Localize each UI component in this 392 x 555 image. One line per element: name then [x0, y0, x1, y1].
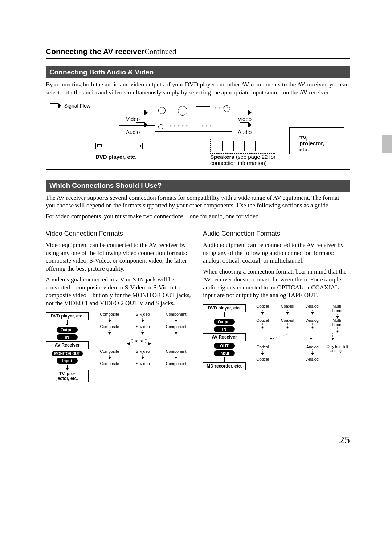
mcell: Analog: [306, 345, 319, 349]
section-header-connecting-both: Connecting Both Audio & Video: [46, 66, 350, 78]
mcell: S-Video: [136, 325, 150, 329]
page-tab-marker: [382, 135, 392, 153]
label-speakers: Speakers (see page 22 for connection inf…: [210, 154, 283, 166]
title-continued: Continued: [144, 47, 176, 56]
flow-arrow-icon: [240, 122, 249, 127]
pill-output: Output: [57, 327, 78, 333]
pill-output-audio: Output: [214, 319, 235, 325]
mcell: Composite: [100, 325, 119, 329]
svg-marker-23: [141, 357, 144, 359]
mcell: Coaxial: [281, 304, 294, 309]
audio-formats-column: Audio Connection Formats Audio equipment…: [203, 223, 350, 382]
audio-formats-p2: When choosing a connection format, bear …: [203, 268, 350, 299]
svg-marker-21: [108, 357, 111, 359]
sec2-paragraph1: The AV receiver supports several connect…: [46, 194, 350, 210]
video-formats-p2: A video signal connected to a V or S IN …: [46, 276, 193, 307]
page-number: 25: [339, 434, 350, 446]
pill-out-audio: OUT: [214, 343, 235, 349]
speakers-illustration: [210, 139, 275, 154]
flow-arrow-icon: [240, 110, 249, 115]
legend-text: : Signal Flow: [61, 103, 90, 109]
receiver-illustration: ○ ○ ○ ○ ○ ○ ○ ○ ○ ○ ○ ○: [155, 103, 232, 132]
pill-in: IN: [57, 334, 78, 340]
mcell: Analog: [306, 304, 319, 309]
pill-input-audio: Input: [214, 350, 235, 356]
mcell: S-Video: [136, 349, 150, 354]
video-formats-header: Video Connection Formats: [46, 230, 193, 239]
page: Connecting the AV receiverContinued Conn…: [0, 0, 392, 555]
page-title: Connecting the AV receiverContinued: [46, 47, 350, 56]
pill-in-audio: IN: [214, 326, 235, 332]
label-tv: TV, projector, etc.: [299, 135, 332, 153]
svg-marker-29: [223, 361, 226, 362]
svg-marker-33: [286, 312, 289, 315]
svg-marker-9: [175, 320, 177, 322]
mcell: Analog: [306, 357, 319, 362]
mcell: Analog: [306, 319, 319, 323]
svg-marker-47: [270, 338, 273, 340]
mcell: Multi- channel: [330, 304, 344, 313]
mcell: Optical: [256, 304, 269, 309]
mcell: Component: [166, 312, 187, 317]
mcell: Component: [166, 325, 187, 329]
svg-marker-54: [261, 353, 264, 355]
flow-arrow-icon: [50, 103, 58, 108]
dvd-illustration: [95, 143, 143, 149]
svg-marker-13: [141, 332, 144, 335]
mcell: Coaxial: [281, 319, 294, 323]
node-dvd: DVD player, etc.: [46, 312, 89, 320]
mcell: S-Video: [136, 362, 150, 366]
svg-marker-11: [108, 332, 111, 335]
svg-marker-52: [331, 338, 334, 340]
svg-marker-1: [66, 324, 69, 325]
mcell: Composite: [100, 312, 119, 317]
audio-formats-header: Audio Connection Formats: [203, 230, 350, 239]
audio-formats-p1: Audio equipment can be connected to the …: [203, 241, 350, 265]
mcell: Component: [166, 349, 187, 354]
label-audio-right: Audio: [238, 129, 252, 135]
svg-marker-15: [175, 332, 177, 335]
label-audio-left: Audio: [126, 129, 140, 135]
node-dvd-audio: DVD player, etc.: [203, 304, 246, 312]
sec1-paragraph: By connecting both the audio and video o…: [46, 81, 350, 97]
svg-marker-7: [141, 320, 144, 322]
node-tv: TV, pro- jector, etc.: [46, 370, 89, 382]
mcell: Composite: [100, 349, 119, 354]
title-main: Connecting the AV receiver: [46, 47, 144, 56]
svg-line-48: [273, 333, 289, 339]
svg-marker-27: [223, 316, 226, 317]
label-video-left: Video: [126, 116, 140, 122]
speakers-bold: Speakers: [210, 154, 234, 160]
mcell: S-Video: [136, 312, 150, 317]
video-flow-diagram: DVD player, etc. Output IN AV Receiver M…: [46, 312, 193, 382]
rule-thin: [46, 60, 350, 60]
mcell: Optical: [256, 319, 269, 323]
svg-marker-31: [261, 312, 264, 315]
mcell: Optical: [256, 357, 269, 362]
mcell: Multi- channel: [330, 319, 344, 327]
svg-marker-39: [261, 327, 264, 329]
signal-flow-diagram: : Signal Flow ○ ○ ○ ○ ○ ○ ○ ○ ○ ○ ○ ○ Vi…: [46, 100, 350, 170]
pill-monitor-out: MONITOR OUT: [52, 351, 83, 356]
flow-arrow-icon: [136, 122, 145, 127]
flow-arrow-icon: [136, 110, 145, 115]
svg-marker-17: [148, 342, 151, 345]
node-receiver-audio: AV Receiver: [203, 333, 246, 341]
mcell: Composite: [100, 362, 119, 366]
svg-marker-3: [66, 368, 69, 370]
svg-marker-5: [108, 320, 111, 322]
svg-marker-19: [127, 342, 130, 345]
rule-thick: [46, 58, 350, 59]
cross-convert-icon: [114, 337, 172, 345]
svg-marker-43: [311, 327, 314, 329]
node-md: MD recorder, etc.: [203, 362, 246, 370]
pill-input: Input: [57, 358, 78, 364]
video-matrix: Composite S-Video Component Composite S-…: [93, 312, 193, 374]
video-formats-column: Video Connection Formats Video equipment…: [46, 223, 193, 382]
mcell: Only front left and right: [326, 345, 348, 353]
svg-marker-50: [310, 338, 313, 340]
section-header-which-connections: Which Connections Should I Use?: [46, 180, 350, 192]
svg-marker-25: [175, 357, 177, 359]
audio-flow-diagram: DVD player, etc. Output IN AV Receiver O…: [203, 304, 350, 370]
svg-marker-35: [311, 312, 314, 315]
